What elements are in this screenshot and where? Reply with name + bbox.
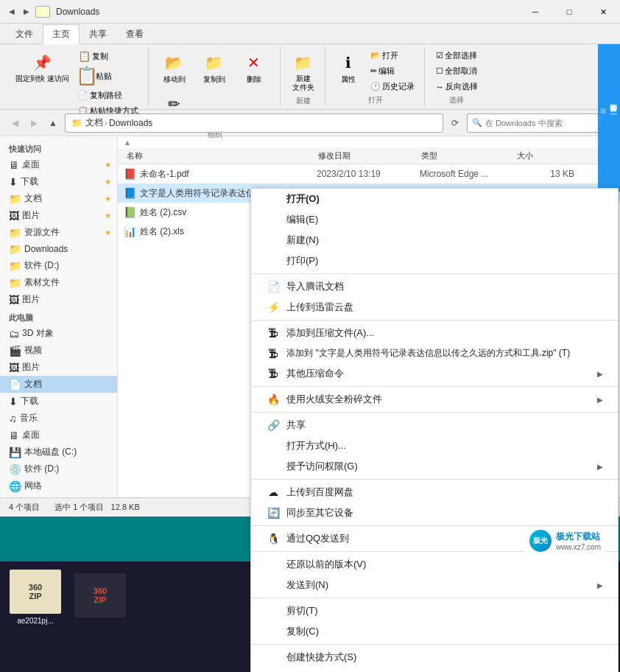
right-helper-panel[interactable]: 一键排版助手 搜索 [598, 44, 620, 192]
ctx-delete[interactable]: 删除(D) [251, 668, 618, 672]
ctx-share[interactable]: 🔗共享 [251, 415, 618, 435]
ribbon: 文件 主页 共享 查看 📌 固定到快 速访问 📋 复制 📋 [0, 24, 620, 110]
ctx-baidu[interactable]: ☁上传到百度网盘 [251, 482, 618, 503]
sidebar-item-network[interactable]: 🌐 网络 [0, 477, 117, 494]
taskbar-item-zip[interactable]: 360ZIP ae2021pj... [6, 567, 65, 626]
sidebar-item-pictures-quick[interactable]: 🖼 图片 ★ [0, 207, 117, 224]
select-all-button[interactable]: ☑全部选择 [432, 49, 482, 63]
sidebar-item-resources[interactable]: 📁 资源文件 ★ [0, 224, 117, 241]
nav-forward-icon[interactable]: ▶ [21, 6, 32, 18]
ctx-restore[interactable]: 还原以前的版本(V) [251, 554, 618, 575]
sidebar-item-materials[interactable]: 📁 素材文件 [0, 274, 117, 291]
forward-button[interactable]: ▶ [25, 114, 43, 132]
downloads2-icon: ⬇ [9, 396, 18, 407]
sidebar-item-local-c[interactable]: 💾 本地磁盘 (C:) [0, 444, 117, 461]
ribbon-content: 📌 固定到快 速访问 📋 复制 📋 粘贴 📄 复制路径 [0, 44, 620, 109]
sidebar-item-downloads[interactable]: 📁 Downloads [0, 241, 117, 257]
search-bar[interactable]: 🔍 [467, 113, 614, 133]
sidebar-item-3d[interactable]: 🗂 3D 对象 [0, 325, 117, 342]
ctx-send-to[interactable]: 发送到(N) ▶ [251, 575, 618, 595]
tab-file[interactable]: 文件 [6, 24, 43, 43]
up-button[interactable]: ▲ [44, 114, 62, 132]
tab-share[interactable]: 共享 [80, 24, 116, 43]
ctx-shred[interactable]: 🔥使用火绒安全粉碎文件 ▶ [251, 389, 618, 410]
desktop2-icon: 🖥 [9, 430, 19, 441]
local-c-icon: 💾 [9, 447, 21, 458]
copy-button[interactable]: 📋 复制 [74, 49, 142, 63]
quick-access-header: 快速访问 [0, 139, 117, 156]
ctx-compress2[interactable]: 🗜添加到 "文字是人类用符号记录表达信息以传之久远的方式和工具.zip" (T) [251, 343, 618, 363]
sidebar-item-software-d2[interactable]: 💿 软件 (D:) [0, 461, 117, 477]
open-button[interactable]: 📂打开 [367, 49, 418, 63]
tab-view[interactable]: 查看 [116, 24, 153, 43]
pin-button[interactable]: 📌 固定到快 速访问 [12, 49, 73, 85]
move-to-button[interactable]: 📂 移动到 [156, 49, 193, 87]
back-button[interactable]: ◀ [6, 114, 24, 132]
ctx-cut[interactable]: 剪切(T) [251, 601, 618, 621]
ctx-grant-access[interactable]: 授予访问权限(G) ▶ [251, 456, 618, 477]
new-folder-button[interactable]: 📁 新建文件夹 [288, 49, 319, 94]
title-bar: ◀ ▶ Downloads ─ □ ✕ [0, 0, 620, 24]
ctx-create-shortcut[interactable]: 创建快捷方式(S) [251, 647, 618, 668]
invert-select-button[interactable]: ↔反向选择 [432, 80, 482, 94]
select-none-button[interactable]: ☐全部取消 [432, 64, 482, 78]
sidebar-item-pictures2[interactable]: 🖼 图片 [0, 291, 117, 308]
selected-info: 选中 1 个项目 12.8 KB [54, 502, 140, 513]
address-bar[interactable]: 📁 文档 › Downloads [65, 113, 443, 133]
ctx-compress1[interactable]: 🗜添加到压缩文件(A)... [251, 323, 618, 343]
edit-button[interactable]: ✏编辑 [367, 64, 418, 78]
sidebar-item-music[interactable]: ♫ 音乐 [0, 410, 117, 427]
file-row-pdf[interactable]: 📕 未命名-1.pdf 2023/2/10 13:19 Microsoft Ed… [118, 164, 620, 183]
ctx-copy[interactable]: 复制(C) [251, 621, 618, 642]
nav-back-icon[interactable]: ◀ [6, 6, 18, 18]
copy-to-button[interactable]: 📁 复制到 [196, 49, 233, 87]
col-date[interactable]: 修改日期 [315, 150, 418, 161]
ctx-sep1 [251, 273, 618, 274]
search-input[interactable] [485, 119, 596, 127]
file-date-pdf: 2023/2/10 13:19 [317, 169, 420, 179]
refresh-button[interactable]: ⟳ [446, 114, 464, 132]
history-button[interactable]: 🕐历史记录 [367, 80, 418, 94]
music-icon: ♫ [9, 413, 17, 424]
taskbar-item-zip2[interactable]: 360ZIP [71, 567, 130, 626]
ctx-shred-arrow: ▶ [597, 396, 603, 404]
sidebar-item-downloads-quick[interactable]: ⬇ 下载 ★ [0, 173, 117, 190]
ctx-new[interactable]: 新建(N) [251, 230, 618, 251]
ctx-open-with[interactable]: 打开方式(H)... [251, 435, 618, 456]
col-type[interactable]: 类型 [418, 150, 514, 161]
ctx-compress3[interactable]: 🗜其他压缩命令 ▶ [251, 363, 618, 384]
ribbon-group-new: 📁 新建文件夹 新建 [282, 47, 325, 106]
sidebar-item-downloads2[interactable]: ⬇ 下载 [0, 393, 117, 410]
col-name[interactable]: 名称 [124, 150, 315, 161]
properties-button[interactable]: ℹ 属性 [333, 49, 364, 94]
maximize-button[interactable]: □ [552, 0, 586, 24]
file-type-pdf: Microsoft Edge ... [420, 169, 515, 179]
ctx-tencent[interactable]: 📄导入腾讯文档 [251, 276, 618, 297]
nav-arrows: ◀ ▶ ▲ [6, 114, 62, 132]
resources-icon: 📁 [9, 227, 21, 239]
ribbon-group-organize: 📂 移动到 📁 复制到 ✕ 删除 ✏ 重命名 组织 [150, 47, 281, 106]
close-button[interactable]: ✕ [586, 0, 620, 24]
ctx-edit[interactable]: 编辑(E) [251, 209, 618, 230]
sidebar-item-docs-quick[interactable]: 📁 文档 ★ [0, 190, 117, 207]
col-size[interactable]: 大小 [514, 150, 573, 161]
ctx-sep9 [251, 644, 618, 645]
tab-home[interactable]: 主页 [43, 24, 80, 44]
ctx-sync[interactable]: 🔄同步至其它设备 [251, 503, 618, 523]
sidebar-item-software-d[interactable]: 📁 软件 (D:) [0, 257, 117, 274]
sidebar-item-desktop2[interactable]: 🖥 桌面 [0, 427, 117, 444]
sidebar-item-pictures3[interactable]: 🖼 图片 [0, 359, 117, 376]
file-size-pdf: 13 KB [515, 169, 574, 179]
ctx-print[interactable]: 打印(P) [251, 251, 618, 271]
ctx-open[interactable]: 打开(O) [251, 189, 618, 209]
delete-button[interactable]: ✕ 删除 [236, 49, 272, 87]
copy-path-button[interactable]: 📄 复制路径 [74, 88, 142, 102]
paste-button[interactable]: 📋 粘贴 [74, 65, 142, 87]
properties-icon: ℹ [337, 51, 360, 74]
ctx-thunder[interactable]: ⚡上传到迅雷云盘 [251, 297, 618, 318]
sidebar-item-videos[interactable]: 🎬 视频 [0, 342, 117, 359]
sidebar-item-documents[interactable]: 📄 文档 [0, 376, 117, 393]
sidebar-item-desktop[interactable]: 🖥 桌面 ★ [0, 156, 117, 173]
minimize-button[interactable]: ─ [518, 0, 552, 24]
ribbon-group-select: ☑全部选择 ☐全部取消 ↔反向选择 选择 [426, 47, 487, 106]
